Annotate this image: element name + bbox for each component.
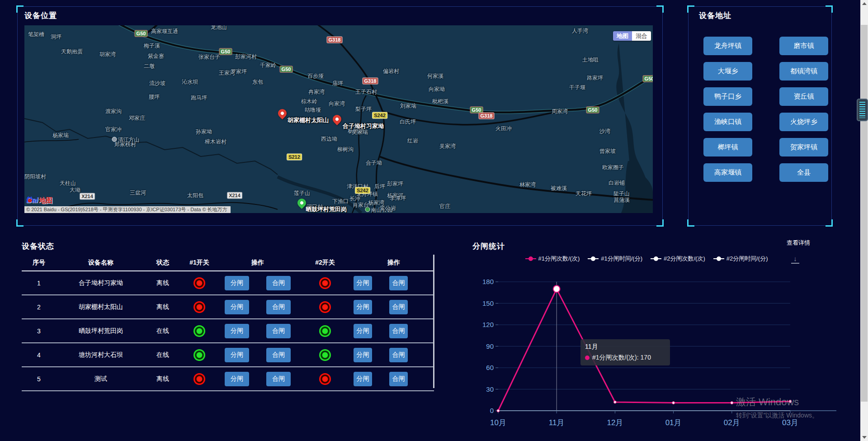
map-place-label: 官庄: [439, 203, 450, 210]
legend-item[interactable]: #2分闸时间/(分): [713, 255, 768, 263]
map-place-label: 刘家垴: [400, 102, 416, 110]
road-badge: G318: [479, 113, 495, 119]
map-place-label: 肖家台: [353, 201, 369, 209]
address-button[interactable]: 火烧坪乡: [779, 113, 828, 131]
open-switch-button[interactable]: 分闸: [225, 276, 249, 290]
map-place-label: 官家冲: [105, 126, 122, 133]
open-switch-button[interactable]: 分闸: [354, 348, 372, 362]
map-place-label: 向家湾: [329, 100, 345, 108]
table-cell: [297, 277, 354, 289]
map-type-control: 地图 混合: [613, 31, 651, 41]
switch2-actions: 分闸合闸: [354, 276, 434, 290]
map-place-label: 太阳包: [187, 192, 203, 199]
y-tick-label: 90: [486, 342, 494, 350]
switch1-indicator-red: [193, 277, 205, 289]
legend-item[interactable]: #1分闸次数/(次): [525, 255, 580, 263]
close-switch-button[interactable]: 合闸: [266, 372, 291, 386]
map-place-label: 阴阳坡村: [24, 173, 46, 180]
address-button[interactable]: 全县: [779, 163, 828, 182]
close-switch-button[interactable]: 合闸: [266, 348, 291, 362]
map-place-label: 杨家垴: [52, 132, 69, 139]
table-scrollbar[interactable]: [433, 255, 434, 388]
page-scrollbar[interactable]: [860, 0, 868, 441]
address-button[interactable]: 都镇湾镇: [779, 62, 828, 81]
map-place-label: 柳树沟: [337, 146, 354, 153]
table-column-header: #1开关: [180, 259, 219, 267]
map-type-hybrid-button[interactable]: 混合: [632, 31, 651, 41]
address-button[interactable]: 资丘镇: [779, 87, 828, 106]
table-cell: 晒鼓坪村荒田岗: [56, 327, 146, 335]
baidu-map[interactable]: 笔架槽洞坪天鹅抱蛋胡家湾高家堰互通梅子溪紫金寨二墩龙池山流沙坡沁水坝腰坪跑马坪渡…: [24, 25, 653, 213]
map-place-label: 渡家沟: [105, 108, 122, 115]
scrollbar-down-arrow-icon[interactable]: [862, 436, 867, 439]
switch2-indicator-red: [319, 301, 331, 313]
address-button[interactable]: 龙舟坪镇: [703, 37, 752, 55]
close-switch-button[interactable]: 合闸: [389, 348, 408, 362]
address-button[interactable]: 大堰乡: [703, 62, 752, 81]
y-tick-label: 60: [486, 364, 494, 371]
open-switch-button[interactable]: 分闸: [354, 372, 372, 386]
data-point: [613, 401, 616, 403]
address-button[interactable]: 磨市镇: [779, 37, 828, 55]
road-badge: S212: [287, 154, 302, 161]
y-tick-label: 180: [482, 278, 494, 285]
address-button[interactable]: 高家堰镇: [703, 163, 752, 182]
scrollbar-thumb[interactable]: [861, 25, 868, 402]
table-cell: 1: [22, 280, 56, 287]
device-address-panel: 设备地址 龙舟坪镇磨市镇大堰乡都镇湾镇鸭子口乡资丘镇渔峡口镇火烧坪乡榔坪镇贺家坪…: [688, 6, 832, 226]
table-column-header: 状态: [146, 259, 180, 267]
switch2-indicator-green: [319, 349, 331, 361]
road-badge: G50: [643, 76, 653, 82]
open-switch-button[interactable]: 分闸: [354, 276, 372, 290]
address-button[interactable]: 榔坪镇: [703, 138, 752, 156]
map-place-label: 合子坳: [366, 159, 382, 167]
address-button[interactable]: 贺家坪镇: [779, 138, 828, 156]
close-switch-button[interactable]: 合闸: [266, 300, 291, 314]
road-badge: G50: [219, 48, 232, 55]
close-switch-button[interactable]: 合闸: [266, 276, 291, 290]
corner-bracket: [656, 5, 664, 13]
close-switch-button[interactable]: 合闸: [389, 300, 408, 314]
boundary-line: [24, 118, 278, 175]
road-badge: S242: [372, 112, 387, 119]
table-header-row: 序号设备名称状态#1开关操作#2开关操作: [22, 255, 434, 271]
open-switch-button[interactable]: 分闸: [225, 300, 249, 314]
table-column-header: #2开关: [297, 259, 354, 267]
road-badge: G50: [586, 107, 599, 114]
table-column-header: 操作: [219, 259, 297, 267]
view-details-link[interactable]: 查看详情: [787, 239, 823, 247]
close-switch-button[interactable]: 合闸: [389, 372, 408, 386]
switch1-indicator-green: [193, 349, 205, 361]
open-switch-button[interactable]: 分闸: [225, 372, 249, 386]
open-switch-button[interactable]: 分闸: [225, 324, 249, 338]
table-cell: 在线: [146, 351, 180, 359]
map-place-label: 沁水坝: [182, 78, 198, 86]
open-switch-button[interactable]: 分闸: [354, 324, 372, 338]
map-place-label: 流沙坡: [149, 80, 165, 87]
switch2-indicator-red: [319, 373, 331, 385]
legend-item[interactable]: #1分闸时间/(分): [588, 255, 642, 263]
data-point: [672, 402, 675, 404]
map-place-label: 百步垭: [307, 72, 324, 80]
map-place-label: 梅子溪: [144, 42, 160, 50]
address-button[interactable]: 渔峡口镇: [703, 113, 752, 131]
open-switch-button[interactable]: 分闸: [225, 348, 249, 362]
close-switch-button[interactable]: 合闸: [389, 324, 408, 338]
map-place-label: 庙坪: [332, 80, 343, 87]
device-location-title: 设备位置: [24, 10, 57, 21]
map-place-label: 路家坪: [587, 74, 603, 82]
switch1-actions: 分闸合闸: [219, 348, 297, 362]
map-place-label: 吴家湾: [439, 142, 456, 150]
baidu-logo: Bai 地图: [26, 196, 52, 205]
legend-item[interactable]: #2分闸次数/(次): [651, 255, 705, 263]
close-switch-button[interactable]: 合闸: [389, 276, 408, 290]
scroll-indicator-widget[interactable]: [857, 99, 868, 121]
map-place-label: 土地咀: [582, 56, 599, 64]
scrollbar-up-arrow-icon[interactable]: [862, 2, 867, 5]
close-switch-button[interactable]: 合闸: [266, 324, 291, 338]
map-type-normal-button[interactable]: 地图: [613, 31, 632, 41]
address-button[interactable]: 鸭子口乡: [703, 87, 752, 106]
legend-label: #1分闸时间/(分): [601, 255, 642, 263]
open-switch-button[interactable]: 分闸: [354, 300, 372, 314]
address-button-grid: 龙舟坪镇磨市镇大堰乡都镇湾镇鸭子口乡资丘镇渔峡口镇火烧坪乡榔坪镇贺家坪镇高家堰镇…: [703, 37, 828, 182]
